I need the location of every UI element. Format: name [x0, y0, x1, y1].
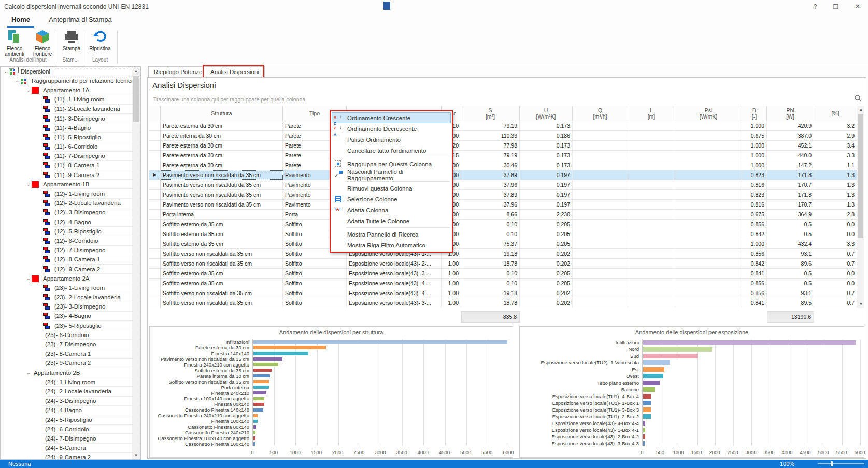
menu-item-mostra-pannello-di-ricerca[interactable]: Mostra Pannello di Ricerca [332, 229, 451, 240]
tree-item[interactable]: (24)- 6-Corridoio [1, 425, 140, 434]
tree-item[interactable]: (24)- 9-Camera 2 [1, 453, 140, 460]
menu-item-adatta-colonna[interactable]: +A+Adatta Colonna [332, 204, 451, 215]
tab-analisi-dispersioni[interactable]: Analisi Dispersioni [205, 66, 265, 78]
close-window-button[interactable]: ✕ [848, 0, 867, 13]
ribbon-tab-anteprima-di-stampa[interactable]: Anteprima di Stampa [41, 16, 119, 28]
chevron-down-icon[interactable]: ⌄ [25, 182, 32, 187]
table-row[interactable]: Pavimento verso non riscaldati da 35 cmP… [149, 200, 864, 210]
tree-item[interactable]: ⌄Appartamento 2A [1, 274, 140, 283]
chevron-down-icon[interactable]: ⌄ [25, 276, 32, 281]
chevron-down-icon[interactable]: ⌄ [25, 370, 32, 375]
column-header-psi[interactable]: Psi[W/mK] [675, 106, 742, 121]
scroll-up-icon[interactable]: ▲ [132, 67, 140, 75]
tree-item[interactable]: (12)- 4-Bagno [1, 217, 140, 227]
table-row[interactable]: Soffitto esterno da 35 cmSoffitto1.0075.… [149, 239, 864, 249]
table-row[interactable]: Pavimento verso non riscaldati da 35 cmP… [149, 180, 864, 190]
tree-item[interactable]: (12)- 3-Disimpegno [1, 208, 140, 217]
tree-item[interactable]: ⌄Raggruppamento per relazione tecnica [1, 76, 140, 85]
ripristina-button[interactable]: Ripristina [85, 29, 115, 57]
table-row[interactable]: Soffitto verso non riscaldati da 35 cmSo… [149, 249, 864, 259]
tree-item[interactable]: (11)- 1-Living room [1, 95, 140, 105]
zoom-slider[interactable] [818, 463, 864, 464]
column-header-l[interactable]: L[m] [628, 106, 675, 121]
tree-item[interactable]: (24)- 1-Living room [1, 377, 140, 387]
tree-item[interactable]: (12)- 5-Ripostiglio [1, 227, 140, 236]
tree-scrollbar-thumb[interactable] [133, 76, 139, 122]
menu-item-adatta-tutte-le-colonne[interactable]: Adatta Tutte le Colonne [332, 215, 451, 226]
table-row[interactable]: Parete esterna da 30 cmParete1.0030.460.… [149, 160, 864, 170]
tree-item[interactable]: ⌄Appartamento 1B [1, 180, 140, 189]
ribbon-tab-home[interactable]: Home [7, 16, 34, 28]
tree-item[interactable]: (12)- 7-Disimpegno [1, 246, 140, 255]
column-header-struttura[interactable]: Struttura [161, 106, 283, 121]
tree-item[interactable]: ⌄Dispersioni [1, 67, 140, 76]
tree-item[interactable]: (23)- 1-Living room [1, 283, 140, 292]
tree-item[interactable]: (11)- 8-Camera 1 [1, 161, 140, 170]
table-row[interactable]: Soffitto esterno da 35 cmSoffitto1.000.1… [149, 220, 864, 229]
table-row[interactable]: Soffitto esterno da 35 cmSoffitto1.000.1… [149, 229, 864, 239]
tree-item[interactable]: (24)- 8-Camera [1, 444, 140, 453]
table-row[interactable]: Parete interna da 30 cmParete1.00110.330… [149, 131, 864, 141]
tree-item[interactable]: (12)- 1-Living room [1, 189, 140, 198]
elenco-frontiere-button[interactable]: Elenco frontiere [29, 29, 56, 57]
column-header-b[interactable]: B[-] [742, 106, 767, 121]
column-header-q[interactable]: Q[m³/h] [573, 106, 628, 121]
scroll-up-icon[interactable]: ▲ [857, 106, 865, 113]
column-header-[interactable]: [%] [814, 106, 857, 121]
tree-scrollbar[interactable]: ▲ ▼ [132, 67, 140, 459]
table-row[interactable]: ▶Pavimento verso non riscaldati da 35 cm… [149, 170, 864, 180]
elenco-ambienti-button[interactable]: Elenco ambienti [1, 29, 28, 57]
tree-item[interactable]: (23)- 5-Ripostiglio [1, 321, 140, 330]
tree-item[interactable]: (11)- 6-Corridoio [1, 142, 140, 152]
chevron-down-icon[interactable]: ⌄ [14, 78, 20, 83]
tree-item[interactable]: (23)- 2-Locale lavanderia [1, 293, 140, 302]
tree-item[interactable]: (12)- 2-Locale lavanderia [1, 199, 140, 208]
column-header-u[interactable]: U[W/m²K] [520, 106, 573, 121]
table-row[interactable]: Porta internaPorta1.008.662.2300.675364.… [149, 210, 864, 220]
tree-item[interactable]: (12)- 8-Camera 1 [1, 255, 140, 265]
stampa-button[interactable]: Stampa [58, 29, 85, 57]
scroll-down-icon[interactable]: ▼ [132, 451, 140, 459]
column-header-s[interactable]: S[m²] [461, 106, 520, 121]
tree-item[interactable]: (11)- 5-Ripostiglio [1, 133, 140, 142]
tab-riepilogo-potenze[interactable]: Riepilogo Potenze [148, 66, 208, 78]
table-scrollbar[interactable]: ▲ ▼ [857, 106, 864, 308]
table-row[interactable]: Parete esterna da 30 cmParete1.2077.980.… [149, 141, 864, 151]
menu-item-ordinamento-crescente[interactable]: AZ↓Ordinamento Crescente [332, 112, 451, 123]
help-button[interactable]: ? [806, 0, 824, 13]
tree-item[interactable]: (11)- 9-Camera 2 [1, 170, 140, 180]
menu-item-cancellare-tutto-l-ordinamento[interactable]: Cancellare tutto l'ordinamento [332, 145, 451, 156]
tree-item[interactable]: (23)- 9-Camera 2 [1, 359, 140, 368]
scroll-down-icon[interactable]: ▼ [857, 300, 865, 308]
table-row[interactable]: Soffitto verso non riscaldati da 35 cmSo… [149, 288, 864, 298]
menu-item-pulisci-ordinamento[interactable]: Pulisci Ordinamento [332, 134, 451, 145]
tree-item[interactable]: (23)- 7-Disimpegno [1, 340, 140, 349]
tree-item[interactable]: (23)- 3-Disimpegno [1, 302, 140, 312]
table-row[interactable]: Soffitto esterno da 35 cmSoffittoEsposiz… [149, 269, 864, 279]
table-scrollbar-thumb[interactable] [858, 114, 863, 238]
menu-item-selezione-colonne[interactable]: Selezione Colonne [332, 194, 451, 204]
tree-item[interactable]: (11)- 2-Locale lavanderia [1, 105, 140, 114]
search-icon[interactable] [854, 94, 862, 103]
tree-item[interactable]: (11)- 7-Disimpegno [1, 152, 140, 161]
tree-item[interactable]: (23)- 8-Camera 1 [1, 349, 140, 359]
tree-item[interactable]: ⌄Appartamento 2B [1, 368, 140, 377]
tree-item[interactable]: (24)- 4-Bagno [1, 406, 140, 415]
menu-item-nascondi-pannello-di-raggruppamento[interactable]: ↙Nascondi Pannello di Raggruppamento [332, 169, 451, 180]
table-row[interactable]: Parete esterna da 30 cmParete1.1579.190.… [149, 151, 864, 160]
tree-item[interactable]: (24)- 7-Disimpegno [1, 434, 140, 443]
table-row[interactable]: Soffitto verso non riscaldati da 35 cmSo… [149, 298, 864, 308]
table-row[interactable]: Pavimento verso non riscaldati da 35 cmP… [149, 190, 864, 200]
tree-item[interactable]: (11)- 3-Disimpegno [1, 114, 140, 123]
menu-item-ordinamento-decrescente[interactable]: ZA↓Ordinamento Decrescente [332, 123, 451, 134]
zoom-slider-thumb[interactable] [831, 461, 833, 466]
table-row[interactable]: Soffitto esterno da 35 cmSoffittoEsposiz… [149, 279, 864, 288]
restore-window-button[interactable]: ❐ [827, 0, 845, 13]
chevron-down-icon[interactable]: ⌄ [3, 69, 9, 74]
table-row[interactable]: Parete esterna da 30 cmParete1.1079.190.… [149, 121, 864, 131]
tree-item[interactable]: (23)- 6-Corridoio [1, 330, 140, 340]
chevron-down-icon[interactable]: ⌄ [25, 87, 32, 93]
tree-item[interactable]: (23)- 4-Bagno [1, 312, 140, 321]
column-header-phi[interactable]: Phi[W] [767, 106, 814, 121]
menu-item-rimuovi-questa-colonna[interactable]: Rimuovi questa Colonna [332, 183, 451, 194]
